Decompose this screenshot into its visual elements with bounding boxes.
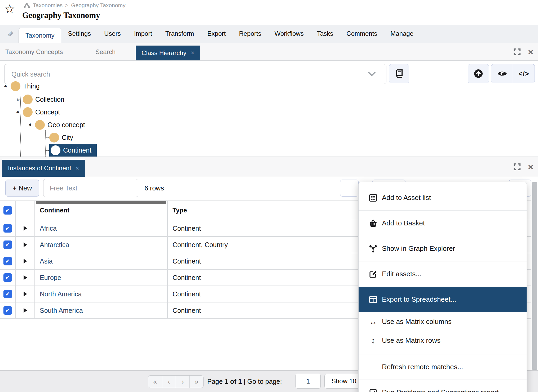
hierarchy-tab-strip: Taxonomy Concepts Search Class Hierarchy… xyxy=(0,43,538,61)
instance-link[interactable]: North America xyxy=(35,290,82,298)
menu-item-refresh-remote-matches[interactable]: Refresh remote matches... xyxy=(359,354,527,380)
tree-expander-collapsed-icon[interactable]: ▹ xyxy=(16,96,21,103)
row-expander-icon[interactable] xyxy=(24,242,27,247)
instance-link[interactable]: Asia xyxy=(35,257,53,265)
row-expander-icon[interactable] xyxy=(24,259,27,264)
menu-item-show-in-graph-explorer[interactable]: Show in Graph Explorer xyxy=(359,236,527,261)
tree-node-geo-concept[interactable]: ▸ Geo concept xyxy=(28,119,85,131)
last-page-button[interactable]: » xyxy=(189,376,203,388)
tab-taxonomy-concepts[interactable]: Taxonomy Concepts xyxy=(5,48,63,56)
row-expander-icon[interactable] xyxy=(24,275,27,280)
code-icon: </> xyxy=(518,70,529,78)
menu-item-run-problems-report[interactable]: Run Problems and Suggestions report xyxy=(359,380,527,392)
select-all-checkbox[interactable]: ✔ xyxy=(3,206,12,215)
class-hierarchy-panel: Quick search </> xyxy=(0,61,538,157)
nav-tab-taxonomy[interactable]: Taxonomy xyxy=(19,28,61,43)
tree-expander-open-icon[interactable]: ▸ xyxy=(2,82,10,90)
menu-item-edit-assets[interactable]: Edit assets... xyxy=(359,261,527,287)
freetext-filter-input[interactable]: Free Text xyxy=(43,179,138,197)
matrix-columns-icon: ↔ xyxy=(369,318,378,326)
new-instance-button[interactable]: + New xyxy=(5,180,39,197)
chevron-down-icon[interactable] xyxy=(368,71,376,77)
row-checkbox[interactable]: ✔ xyxy=(3,224,12,233)
class-node-icon xyxy=(23,95,33,104)
nav-tab-reports[interactable]: Reports xyxy=(232,24,268,43)
tab-search[interactable]: Search xyxy=(95,48,116,56)
code-view-button[interactable]: </> xyxy=(513,64,535,83)
edit-pencil-icon[interactable]: ✎ xyxy=(7,30,14,39)
nav-tab-manage[interactable]: Manage xyxy=(384,24,420,43)
quick-search-placeholder: Quick search xyxy=(11,70,50,78)
menu-item-label: Show in Graph Explorer xyxy=(382,244,455,253)
tree-expander-open-icon[interactable]: ▸ xyxy=(27,121,35,129)
class-node-icon xyxy=(35,120,45,130)
instance-link[interactable]: Europe xyxy=(35,274,61,282)
tab-close-icon[interactable]: × xyxy=(76,164,79,172)
app-header: ☆ Taxonomies > Geography Taxonomy Geogra… xyxy=(0,0,538,25)
page-title: Geography Taxonomy xyxy=(22,11,100,20)
favorite-star-icon[interactable]: ☆ xyxy=(4,3,15,15)
nav-tab-workflows[interactable]: Workflows xyxy=(268,24,310,43)
upload-button[interactable] xyxy=(468,64,489,83)
context-menu: Add to Asset list Add to Basket Show in … xyxy=(358,182,527,392)
tab-instances-label: Instances of Continent xyxy=(8,164,71,172)
fullscreen-icon[interactable] xyxy=(514,163,521,170)
row-checkbox[interactable]: ✔ xyxy=(3,240,12,249)
check-icon: ✔ xyxy=(5,291,10,297)
row-expander-icon[interactable] xyxy=(24,226,27,231)
tree-node-concept[interactable]: ▸ Concept xyxy=(16,106,60,118)
goto-page-input[interactable] xyxy=(296,374,321,389)
panel-close-icon[interactable]: × xyxy=(528,47,533,56)
row-count-label: 6 rows xyxy=(144,184,164,192)
tree-expander-open-icon[interactable]: ▸ xyxy=(14,108,23,116)
menu-item-add-to-asset-list[interactable]: Add to Asset list xyxy=(359,185,527,210)
basket-icon xyxy=(369,220,378,227)
row-expander-icon[interactable] xyxy=(24,308,27,313)
menu-item-export-to-spreadsheet[interactable]: Export to Spreadsheet... xyxy=(359,287,527,312)
tree-node-thing[interactable]: ▸ Thing xyxy=(4,80,40,92)
next-page-button[interactable]: › xyxy=(176,376,189,388)
toolbar-button-partial[interactable] xyxy=(340,180,359,197)
prev-page-button[interactable]: ‹ xyxy=(162,376,176,388)
tree-node-collection[interactable]: ▹ Collection xyxy=(16,93,64,105)
tab-instances-of-continent[interactable]: Instances of Continent × xyxy=(2,160,85,177)
check-icon: ✔ xyxy=(5,258,10,264)
menu-item-add-to-basket[interactable]: Add to Basket xyxy=(359,211,527,236)
row-checkbox[interactable]: ✔ xyxy=(3,290,12,298)
nav-tab-settings[interactable]: Settings xyxy=(61,24,98,43)
horizontal-scrollbar-thumb[interactable] xyxy=(36,201,166,204)
nav-tab-users[interactable]: Users xyxy=(98,24,127,43)
tree-connector-stub xyxy=(46,137,49,138)
breadcrumb-root[interactable]: Taxonomies xyxy=(33,2,63,8)
row-checkbox[interactable]: ✔ xyxy=(3,273,12,282)
panel-close-icon[interactable]: × xyxy=(528,162,533,171)
nav-tab-comments[interactable]: Comments xyxy=(340,24,384,43)
vertical-scrollbar-thumb[interactable] xyxy=(532,182,537,370)
instance-link[interactable]: South America xyxy=(35,307,83,314)
tree-connector-line xyxy=(45,130,46,157)
menu-item-use-as-matrix-rows[interactable]: ↕ Use as Matrix rows xyxy=(359,331,527,350)
preview-button[interactable] xyxy=(491,64,513,83)
row-checkbox[interactable]: ✔ xyxy=(3,306,12,315)
nav-tab-export[interactable]: Export xyxy=(201,24,232,43)
type-value: Continent xyxy=(168,307,201,314)
eye-icon xyxy=(497,70,507,77)
fullscreen-icon[interactable] xyxy=(514,48,521,55)
row-checkbox[interactable]: ✔ xyxy=(3,257,12,265)
tab-class-hierarchy[interactable]: Class Hierarchy × xyxy=(136,46,200,60)
instance-link[interactable]: Africa xyxy=(35,225,57,232)
dictionary-button[interactable] xyxy=(389,64,409,83)
tree-node-continent-selected[interactable]: Continent xyxy=(49,144,97,156)
nav-tab-import[interactable]: Import xyxy=(127,24,159,43)
menu-item-use-as-matrix-columns[interactable]: ↔ Use as Matrix columns xyxy=(359,312,527,331)
tree-node-city[interactable]: City xyxy=(49,131,73,144)
input-divider xyxy=(358,68,358,80)
instance-link[interactable]: Antarctica xyxy=(35,241,69,249)
quick-search-input[interactable]: Quick search xyxy=(4,64,386,84)
menu-item-label: Refresh remote matches... xyxy=(382,363,463,371)
nav-tab-tasks[interactable]: Tasks xyxy=(310,24,340,43)
nav-tab-transform[interactable]: Transform xyxy=(159,24,201,43)
row-expander-icon[interactable] xyxy=(24,292,27,296)
first-page-button[interactable]: « xyxy=(148,376,162,388)
tab-close-icon[interactable]: × xyxy=(191,49,194,57)
